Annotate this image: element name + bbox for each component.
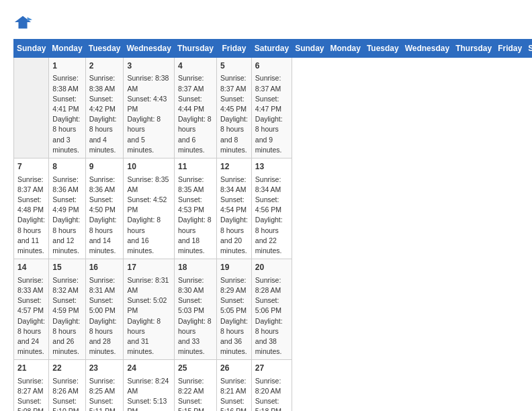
day-number: 22 xyxy=(52,363,81,374)
calendar-cell: 21Sunrise: 8:27 AMSunset: 5:08 PMDayligh… xyxy=(14,360,49,411)
day-content: Sunrise: 8:27 AMSunset: 5:08 PMDaylight:… xyxy=(17,376,45,411)
day-content: Sunrise: 8:34 AMSunset: 4:56 PMDaylight:… xyxy=(255,175,288,257)
page-header xyxy=(13,13,519,32)
col-header-saturday: Saturday xyxy=(525,40,532,58)
calendar-cell: 3Sunrise: 8:38 AMSunset: 4:43 PMDaylight… xyxy=(124,58,174,158)
calendar-cell: 22Sunrise: 8:26 AMSunset: 5:10 PMDayligh… xyxy=(49,360,85,411)
day-content: Sunrise: 8:37 AMSunset: 4:45 PMDaylight:… xyxy=(220,73,248,155)
day-content: Sunrise: 8:21 AMSunset: 5:16 PMDaylight:… xyxy=(220,376,248,411)
calendar-cell: 6Sunrise: 8:37 AMSunset: 4:47 PMDaylight… xyxy=(251,58,292,158)
day-number: 19 xyxy=(220,262,248,273)
svg-marker-0 xyxy=(15,16,31,29)
day-content: Sunrise: 8:34 AMSunset: 4:54 PMDaylight:… xyxy=(220,175,248,257)
calendar-week-row: 7Sunrise: 8:37 AMSunset: 4:48 PMDaylight… xyxy=(14,158,533,259)
day-content: Sunrise: 8:33 AMSunset: 4:57 PMDaylight:… xyxy=(17,275,45,357)
col-header-monday: Monday xyxy=(49,40,85,58)
day-content: Sunrise: 8:31 AMSunset: 5:00 PMDaylight:… xyxy=(89,275,120,357)
day-number: 17 xyxy=(127,262,170,273)
day-number: 3 xyxy=(127,60,170,72)
calendar-table: SundayMondayTuesdayWednesdayThursdayFrid… xyxy=(13,39,532,411)
day-content: Sunrise: 8:28 AMSunset: 5:06 PMDaylight:… xyxy=(255,275,288,357)
calendar-cell: 7Sunrise: 8:37 AMSunset: 4:48 PMDaylight… xyxy=(14,158,49,259)
col-header-thursday: Thursday xyxy=(453,40,495,58)
calendar-cell: 14Sunrise: 8:33 AMSunset: 4:57 PMDayligh… xyxy=(14,259,49,360)
calendar-cell: 20Sunrise: 8:28 AMSunset: 5:06 PMDayligh… xyxy=(251,259,292,360)
day-content: Sunrise: 8:31 AMSunset: 5:02 PMDaylight:… xyxy=(127,275,170,357)
calendar-cell: 15Sunrise: 8:32 AMSunset: 4:59 PMDayligh… xyxy=(49,259,85,360)
day-number: 24 xyxy=(127,363,170,374)
day-number: 4 xyxy=(178,60,213,72)
col-header-thursday: Thursday xyxy=(174,40,216,58)
calendar-cell: 11Sunrise: 8:35 AMSunset: 4:53 PMDayligh… xyxy=(174,158,216,259)
day-content: Sunrise: 8:37 AMSunset: 4:47 PMDaylight:… xyxy=(255,73,288,155)
calendar-cell: 23Sunrise: 8:25 AMSunset: 5:11 PMDayligh… xyxy=(85,360,124,411)
day-number: 25 xyxy=(178,363,213,374)
calendar-cell: 25Sunrise: 8:22 AMSunset: 5:15 PMDayligh… xyxy=(174,360,216,411)
day-number: 23 xyxy=(89,363,120,374)
day-number: 12 xyxy=(220,161,248,173)
logo-icon xyxy=(13,13,32,32)
day-content: Sunrise: 8:35 AMSunset: 4:52 PMDaylight:… xyxy=(127,175,170,257)
day-content: Sunrise: 8:26 AMSunset: 5:10 PMDaylight:… xyxy=(52,376,81,411)
day-content: Sunrise: 8:32 AMSunset: 4:59 PMDaylight:… xyxy=(52,275,81,357)
day-number: 27 xyxy=(255,363,288,374)
day-number: 10 xyxy=(127,161,170,173)
calendar-week-row: 14Sunrise: 8:33 AMSunset: 4:57 PMDayligh… xyxy=(14,259,533,360)
col-header-friday: Friday xyxy=(495,40,525,58)
col-header-monday: Monday xyxy=(327,40,363,58)
day-number: 14 xyxy=(17,262,45,273)
day-content: Sunrise: 8:35 AMSunset: 4:53 PMDaylight:… xyxy=(178,175,213,257)
calendar-cell: 9Sunrise: 8:36 AMSunset: 4:50 PMDaylight… xyxy=(85,158,124,259)
calendar-cell xyxy=(14,58,49,158)
day-content: Sunrise: 8:37 AMSunset: 4:48 PMDaylight:… xyxy=(17,175,45,257)
day-content: Sunrise: 8:25 AMSunset: 5:11 PMDaylight:… xyxy=(89,376,120,411)
day-content: Sunrise: 8:36 AMSunset: 4:50 PMDaylight:… xyxy=(89,175,120,257)
day-number: 13 xyxy=(255,161,288,173)
day-content: Sunrise: 8:29 AMSunset: 5:05 PMDaylight:… xyxy=(220,275,248,357)
day-number: 18 xyxy=(178,262,213,273)
day-number: 8 xyxy=(52,161,81,173)
day-content: Sunrise: 8:22 AMSunset: 5:15 PMDaylight:… xyxy=(178,376,213,411)
col-header-tuesday: Tuesday xyxy=(363,40,402,58)
col-header-friday: Friday xyxy=(216,40,251,58)
calendar-cell: 4Sunrise: 8:37 AMSunset: 4:44 PMDaylight… xyxy=(174,58,216,158)
day-number: 26 xyxy=(220,363,248,374)
col-header-wednesday: Wednesday xyxy=(402,40,452,58)
day-content: Sunrise: 8:38 AMSunset: 4:41 PMDaylight:… xyxy=(52,73,81,155)
calendar-week-row: 21Sunrise: 8:27 AMSunset: 5:08 PMDayligh… xyxy=(14,360,533,411)
calendar-cell: 5Sunrise: 8:37 AMSunset: 4:45 PMDaylight… xyxy=(216,58,251,158)
calendar-cell: 24Sunrise: 8:24 AMSunset: 5:13 PMDayligh… xyxy=(124,360,174,411)
calendar-cell: 13Sunrise: 8:34 AMSunset: 4:56 PMDayligh… xyxy=(251,158,292,259)
col-header-tuesday: Tuesday xyxy=(85,40,124,58)
calendar-cell: 8Sunrise: 8:36 AMSunset: 4:49 PMDaylight… xyxy=(49,158,85,259)
col-header-sunday: Sunday xyxy=(292,40,327,58)
day-number: 6 xyxy=(255,60,288,72)
calendar-header-row: SundayMondayTuesdayWednesdayThursdayFrid… xyxy=(14,40,533,58)
logo xyxy=(13,13,35,32)
calendar-cell: 12Sunrise: 8:34 AMSunset: 4:54 PMDayligh… xyxy=(216,158,251,259)
day-number: 11 xyxy=(178,161,213,173)
day-number: 15 xyxy=(52,262,81,273)
day-content: Sunrise: 8:30 AMSunset: 5:03 PMDaylight:… xyxy=(178,275,213,357)
day-content: Sunrise: 8:38 AMSunset: 4:42 PMDaylight:… xyxy=(89,73,120,155)
day-number: 20 xyxy=(255,262,288,273)
day-content: Sunrise: 8:36 AMSunset: 4:49 PMDaylight:… xyxy=(52,175,81,257)
day-content: Sunrise: 8:20 AMSunset: 5:18 PMDaylight:… xyxy=(255,376,288,411)
day-number: 9 xyxy=(89,161,120,173)
day-content: Sunrise: 8:24 AMSunset: 5:13 PMDaylight:… xyxy=(127,376,170,411)
day-content: Sunrise: 8:37 AMSunset: 4:44 PMDaylight:… xyxy=(178,73,213,155)
calendar-cell: 16Sunrise: 8:31 AMSunset: 5:00 PMDayligh… xyxy=(85,259,124,360)
calendar-cell: 18Sunrise: 8:30 AMSunset: 5:03 PMDayligh… xyxy=(174,259,216,360)
calendar-cell: 1Sunrise: 8:38 AMSunset: 4:41 PMDaylight… xyxy=(49,58,85,158)
day-number: 1 xyxy=(52,60,81,72)
day-content: Sunrise: 8:38 AMSunset: 4:43 PMDaylight:… xyxy=(127,73,170,155)
day-number: 21 xyxy=(17,363,45,374)
calendar-cell: 19Sunrise: 8:29 AMSunset: 5:05 PMDayligh… xyxy=(216,259,251,360)
day-number: 5 xyxy=(220,60,248,72)
calendar-cell: 2Sunrise: 8:38 AMSunset: 4:42 PMDaylight… xyxy=(85,58,124,158)
day-number: 16 xyxy=(89,262,120,273)
svg-marker-1 xyxy=(28,17,32,21)
calendar-week-row: 1Sunrise: 8:38 AMSunset: 4:41 PMDaylight… xyxy=(14,58,533,158)
day-number: 2 xyxy=(89,60,120,72)
day-number: 7 xyxy=(17,161,45,173)
